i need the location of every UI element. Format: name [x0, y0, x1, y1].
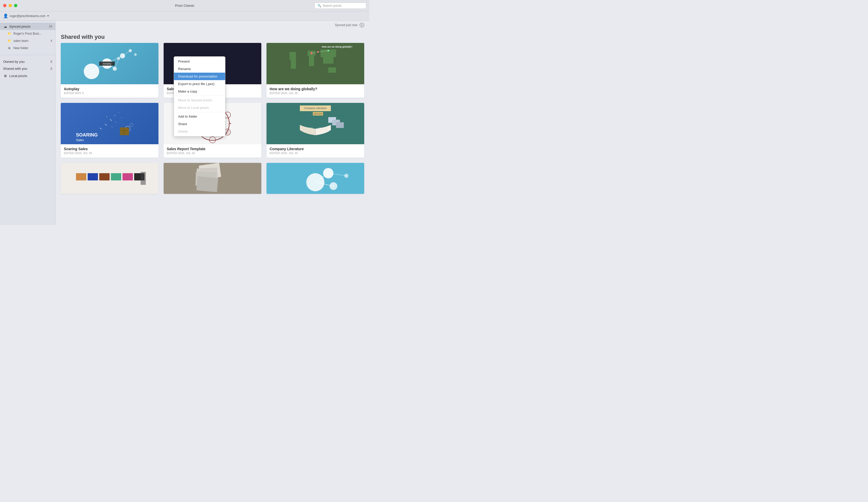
context-menu-download[interactable]: Download for presentation: [174, 73, 225, 80]
sync-label: Synced just now: [335, 23, 358, 27]
prezi-info-autoplay: Autoplay EDITED NOV 3.: [61, 84, 158, 98]
sidebar-item-sales-team[interactable]: 📁 sales team 4: [0, 37, 55, 44]
svg-marker-29: [99, 127, 102, 129]
sidebar-item-shared[interactable]: Shared with you 8: [0, 65, 55, 72]
context-menu-add-folder[interactable]: Add to folder: [174, 113, 225, 120]
sidebar-item-local[interactable]: 🖥 Local prezis: [0, 72, 55, 79]
sidebar-item-rogers-busi[interactable]: 📁 Roger's Prezi Busi...: [0, 30, 55, 37]
fullscreen-button[interactable]: [14, 4, 17, 7]
svg-marker-31: [117, 112, 120, 113]
prezi-thumb-global: How are we doing globally?: [267, 43, 364, 84]
search-icon: 🔍: [318, 4, 321, 8]
sidebar-item-owned[interactable]: Owned by you 8: [0, 58, 55, 65]
prezi-title-sales-2: Sales Report Template: [167, 147, 258, 151]
sync-bar: Synced just now ↻: [55, 21, 369, 30]
prezi-title-company-lit: Company Literature: [270, 147, 361, 151]
context-menu-export[interactable]: Export to prezi file (.pez): [174, 80, 225, 88]
prezi-info-sales-2: Sales Report Template EDITED 2016. JUL 1…: [164, 144, 261, 158]
prezi-thumb-soaring: SOARING Sales: [61, 103, 158, 144]
sidebar-plain-section: Owned by you 8 Shared with you 8 🖥 Local…: [0, 56, 55, 81]
prezi-date-company-lit: EDITED 2016. JUL 19.: [270, 152, 361, 155]
svg-rect-15: [309, 56, 314, 66]
svg-marker-30: [113, 114, 116, 116]
sidebar: ☁ Synced prezis 16 📁 Roger's Prezi Busi.…: [0, 21, 55, 225]
sync-icon[interactable]: ↻: [360, 23, 364, 28]
shared-label-sidebar: Shared with you: [3, 67, 48, 71]
sidebar-synced-section: ☁ Synced prezis 16 📁 Roger's Prezi Busi.…: [0, 21, 55, 54]
prezi-info-global: How are we doing globally? EDITED 2016. …: [267, 84, 364, 98]
prezi-date-global: EDITED 2016. JUL 25.: [270, 92, 361, 95]
prezi-card-autoplay[interactable]: Autoplay Autoplay EDITED NOV 3.: [61, 43, 158, 98]
prezi-card-soaring[interactable]: SOARING Sales Soaring Sales EDITED 2016.…: [61, 103, 158, 158]
svg-text:2015-2016: 2015-2016: [313, 113, 322, 115]
prezi-info-soaring: Soaring Sales EDITED 2016. JUL 19.: [61, 144, 158, 158]
soaring-svg: SOARING Sales: [61, 103, 158, 144]
context-menu-present[interactable]: Present: [174, 58, 225, 65]
app-title: Prezi Classic: [175, 4, 194, 8]
context-menu-move-synced: Move to Synced prezis: [174, 96, 225, 104]
prezi-card-global[interactable]: How are we doing globally? How are we do…: [267, 43, 364, 98]
sidebar-item-new-folder[interactable]: ⊕ New folder: [0, 44, 55, 52]
shared-with-you-heading: Shared with you: [55, 30, 369, 43]
svg-rect-73: [87, 173, 98, 181]
prezi-title-soaring: Soaring Sales: [64, 147, 155, 151]
svg-point-10: [117, 57, 120, 60]
context-menu-copy[interactable]: Make a copy: [174, 88, 225, 95]
svg-point-9: [113, 67, 117, 71]
bottom-right-svg: [267, 163, 364, 194]
svg-rect-76: [123, 173, 133, 181]
owned-count: 8: [50, 60, 52, 64]
search-bar[interactable]: 🔍 Search prezis: [314, 3, 366, 9]
svg-marker-27: [110, 119, 112, 121]
prezi-thumb-bottom-right: [267, 163, 364, 194]
prezi-card-bottom-left[interactable]: [61, 163, 158, 194]
svg-marker-33: [120, 117, 123, 119]
autoplay-network-svg: Autoplay: [61, 43, 158, 84]
folder-count-1: 4: [50, 39, 52, 43]
context-menu-share[interactable]: Share: [174, 120, 225, 128]
bottom-left-svg: [61, 163, 158, 194]
prezi-card-company-lit[interactable]: Company Literature 2015-2016: [267, 103, 364, 158]
prezi-title-global: How are we doing globally?: [270, 87, 361, 91]
svg-point-48: [209, 137, 216, 143]
prezi-info-company-lit: Company Literature EDITED 2016. JUL 19.: [267, 144, 364, 158]
svg-point-5: [84, 64, 99, 79]
folder-icon-2: 📁: [7, 39, 11, 43]
svg-text:SOARING: SOARING: [76, 132, 98, 137]
prezi-thumb-company-lit: Company Literature 2015-2016: [267, 103, 364, 144]
titlebar: Prezi Classic 🔍 Search prezis: [0, 0, 369, 11]
minimize-button[interactable]: [9, 4, 12, 7]
context-menu-rename[interactable]: Rename: [174, 65, 225, 73]
svg-point-7: [120, 53, 125, 59]
owned-label: Owned by you: [3, 60, 48, 64]
svg-rect-17: [291, 60, 296, 69]
folder-label-1: sales team: [13, 39, 48, 43]
svg-rect-19: [323, 57, 333, 64]
company-lit-svg: Company Literature 2015-2016: [267, 103, 364, 144]
svg-rect-16: [290, 52, 296, 60]
close-button[interactable]: [3, 4, 7, 7]
svg-text:Autoplay: Autoplay: [103, 63, 111, 65]
cloud-icon: ☁: [3, 24, 7, 29]
svg-rect-75: [111, 173, 121, 181]
prezi-title-autoplay: Autoplay: [64, 87, 155, 91]
synced-label: Synced prezis: [9, 24, 47, 29]
svg-rect-74: [99, 173, 110, 181]
svg-marker-32: [115, 121, 117, 123]
user-email: roger@preziforteams.com: [10, 14, 45, 18]
traffic-lights: [3, 4, 17, 7]
chevron-down-icon: ▼: [47, 14, 49, 17]
svg-marker-28: [104, 124, 107, 126]
svg-text:➤: ➤: [229, 122, 231, 125]
svg-point-11: [134, 53, 137, 56]
sidebar-item-synced-prezis[interactable]: ☁ Synced prezis 16: [0, 23, 55, 30]
svg-marker-34: [106, 116, 108, 117]
monitor-icon: 🖥: [3, 74, 7, 78]
context-menu-delete: Delete: [174, 128, 225, 135]
svg-rect-82: [196, 176, 218, 192]
svg-rect-72: [76, 173, 86, 181]
prezi-card-bottom-right[interactable]: [267, 163, 364, 194]
prezi-card-bottom-mid[interactable]: [164, 163, 261, 194]
svg-point-8: [129, 49, 132, 52]
svg-text:How are we doing globally?: How are we doing globally?: [322, 45, 353, 48]
